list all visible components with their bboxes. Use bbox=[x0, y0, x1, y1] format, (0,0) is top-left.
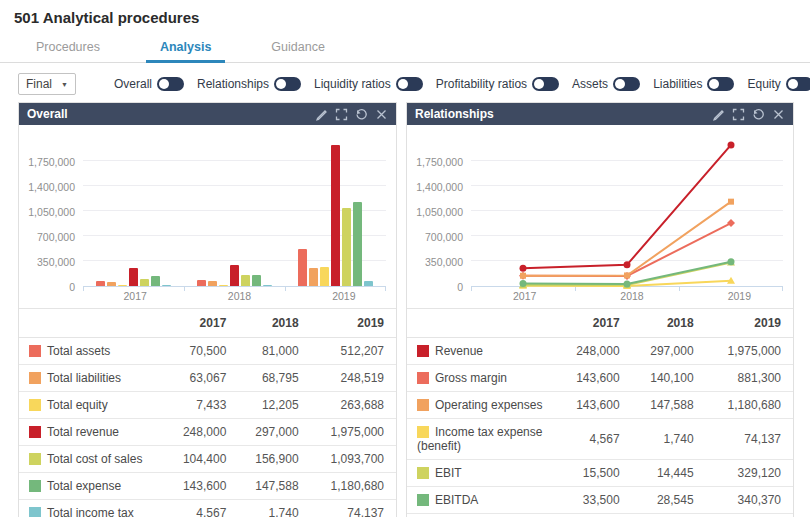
toggle-switch[interactable] bbox=[157, 77, 184, 91]
x-axis-label: 2019 bbox=[686, 290, 793, 302]
panel-relationships: Relationships 0350,000700,0001,050,0001,… bbox=[406, 102, 794, 517]
toggle-assets[interactable]: Assets bbox=[572, 77, 640, 91]
toggle-switch[interactable] bbox=[274, 77, 301, 91]
table-header-2017: 2017 bbox=[166, 309, 238, 338]
table-row: Total expense143,600147,5881,180,680 bbox=[19, 473, 396, 500]
fullscreen-icon[interactable] bbox=[335, 108, 348, 121]
edit-icon[interactable] bbox=[712, 108, 725, 121]
overall-bar-chart[interactable]: 0350,000700,0001,050,0001,400,0001,750,0… bbox=[19, 125, 396, 287]
series-color-swatch bbox=[417, 467, 429, 479]
y-axis-tick-label: 350,000 bbox=[37, 256, 75, 268]
toggle-label: Equity bbox=[747, 77, 780, 91]
toggle-liquidity-ratios[interactable]: Liquidity ratios bbox=[314, 77, 423, 91]
bar-total-liabilities bbox=[309, 268, 318, 286]
toggle-switch[interactable] bbox=[396, 77, 423, 91]
toggle-switch[interactable] bbox=[786, 77, 810, 91]
toggle-profitability-ratios[interactable]: Profitability ratios bbox=[436, 77, 559, 91]
toggle-label: Profitability ratios bbox=[436, 77, 527, 91]
bar-total-liabilities bbox=[107, 282, 116, 287]
data-point-marker bbox=[624, 272, 630, 278]
close-icon[interactable] bbox=[772, 108, 785, 121]
row-label: Total assets bbox=[19, 338, 166, 365]
series-color-swatch bbox=[417, 399, 429, 411]
table-header-2018: 2018 bbox=[632, 309, 706, 338]
y-axis-tick-label: 0 bbox=[457, 281, 463, 293]
x-axis-tick bbox=[83, 286, 84, 291]
data-point-marker bbox=[520, 265, 527, 272]
toggle-knob bbox=[709, 79, 719, 89]
relationships-table: 201720182019Revenue248,000297,0001,975,0… bbox=[407, 308, 793, 514]
tab-procedures[interactable]: Procedures bbox=[22, 35, 114, 62]
period-select[interactable]: Final ▼ bbox=[18, 73, 76, 95]
series-color-swatch bbox=[29, 426, 41, 438]
tab-bar: Procedures Analysis Guidance bbox=[0, 35, 810, 63]
row-value: 63,067 bbox=[166, 365, 238, 392]
series-color-swatch bbox=[29, 507, 41, 517]
relationships-chart-plot[interactable] bbox=[471, 137, 783, 287]
toggle-liabilities[interactable]: Liabilities bbox=[653, 77, 734, 91]
toggle-switch[interactable] bbox=[707, 77, 734, 91]
row-label: Total cost of sales bbox=[19, 446, 166, 473]
toggle-label: Assets bbox=[572, 77, 608, 91]
bar-total-liabilities bbox=[208, 281, 217, 286]
table-row: Total income tax4,5671,74074,137 bbox=[19, 500, 396, 517]
row-value: 143,600 bbox=[558, 365, 632, 392]
reset-icon[interactable] bbox=[355, 108, 368, 121]
row-value: 248,000 bbox=[166, 419, 238, 446]
data-point-marker bbox=[728, 141, 735, 148]
toggle-switch[interactable] bbox=[532, 77, 559, 91]
row-value: 68,795 bbox=[238, 365, 310, 392]
bar-group-2018 bbox=[184, 137, 285, 286]
y-axis-tick-label: 1,050,000 bbox=[416, 206, 463, 218]
y-axis-tick-label: 1,750,000 bbox=[28, 156, 75, 168]
table-header-blank bbox=[19, 309, 166, 338]
row-value: 248,519 bbox=[311, 365, 396, 392]
series-color-swatch bbox=[417, 494, 429, 506]
toggle-bar: OverallRelationshipsLiquidity ratiosProf… bbox=[114, 77, 810, 91]
toggle-switch[interactable] bbox=[613, 77, 640, 91]
row-label: EBIT bbox=[407, 460, 558, 487]
fullscreen-icon[interactable] bbox=[732, 108, 745, 121]
row-value: 74,137 bbox=[311, 500, 396, 517]
table-header-2017: 2017 bbox=[558, 309, 632, 338]
data-point-marker bbox=[624, 261, 631, 268]
bar-total-income-tax bbox=[162, 285, 171, 286]
row-value: 1,180,680 bbox=[311, 473, 396, 500]
row-value: 4,567 bbox=[558, 419, 632, 460]
toggle-equity[interactable]: Equity bbox=[747, 77, 810, 91]
y-axis-tick-label: 0 bbox=[69, 281, 75, 293]
row-value: 248,000 bbox=[558, 338, 632, 365]
edit-icon[interactable] bbox=[315, 108, 328, 121]
bar-total-equity bbox=[219, 285, 228, 286]
row-value: 329,120 bbox=[706, 460, 793, 487]
tab-guidance[interactable]: Guidance bbox=[257, 35, 339, 62]
data-point-marker bbox=[728, 258, 735, 265]
toggle-overall[interactable]: Overall bbox=[114, 77, 184, 91]
bar-total-equity bbox=[320, 267, 329, 286]
row-value: 147,588 bbox=[632, 392, 706, 419]
bar-total-expense bbox=[252, 275, 261, 286]
row-value: 1,975,000 bbox=[706, 338, 793, 365]
row-label-text: Gross margin bbox=[435, 371, 507, 385]
overall-chart-plot[interactable] bbox=[83, 137, 386, 287]
row-value: 14,445 bbox=[632, 460, 706, 487]
toggle-label: Liabilities bbox=[653, 77, 702, 91]
row-value: 1,093,700 bbox=[311, 446, 396, 473]
chevron-down-icon: ▼ bbox=[61, 81, 68, 88]
bar-total-assets bbox=[96, 281, 105, 286]
close-icon[interactable] bbox=[375, 108, 388, 121]
x-axis-label: 2017 bbox=[471, 290, 578, 302]
table-row: Income tax expense (benefit)4,5671,74074… bbox=[407, 419, 793, 460]
toggle-knob bbox=[615, 79, 625, 89]
x-axis-label: 2019 bbox=[292, 290, 396, 302]
series-color-swatch bbox=[417, 345, 429, 357]
row-value: 297,000 bbox=[238, 419, 310, 446]
toggle-label: Liquidity ratios bbox=[314, 77, 391, 91]
reset-icon[interactable] bbox=[752, 108, 765, 121]
toggle-relationships[interactable]: Relationships bbox=[197, 77, 301, 91]
relationships-line-chart[interactable]: 0350,000700,0001,050,0001,400,0001,750,0… bbox=[407, 125, 793, 287]
panel-overall-header: Overall bbox=[19, 103, 396, 125]
tab-analysis[interactable]: Analysis bbox=[146, 35, 225, 63]
y-axis-tick-label: 700,000 bbox=[37, 231, 75, 243]
table-row: Total liabilities63,06768,795248,519 bbox=[19, 365, 396, 392]
